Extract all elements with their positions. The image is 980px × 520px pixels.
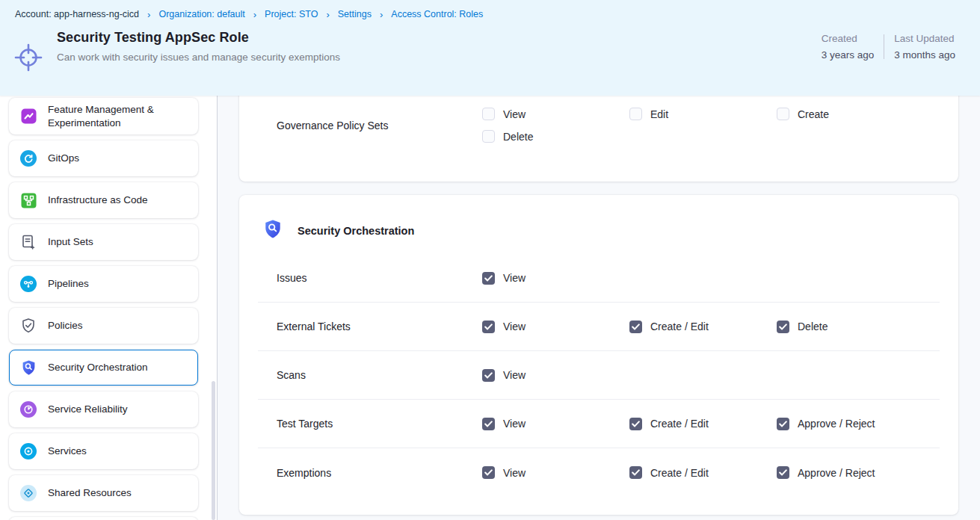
permission-label: Create / Edit [650,418,709,430]
security-orchestration-shield-icon [263,219,283,242]
permission-delete: Delete [482,130,629,143]
breadcrumb-item-access-control-roles[interactable]: Access Control: Roles [391,9,483,19]
sidebar-item-services[interactable]: Services [9,433,198,469]
input-sets-icon [20,234,37,250]
sidebar-item-gitops[interactable]: GitOps [9,140,198,176]
sidebar-item-label: Input Sets [48,235,93,249]
chevron-right-icon: › [326,9,329,20]
security-orchestration-card: Security Orchestration IssuesViewExterna… [239,195,958,515]
checkbox-view-unchecked[interactable] [482,108,495,120]
permission-edit: Edit [629,108,777,120]
permission-label: Approve / Reject [798,467,875,479]
sidebar-item-label: Service Reliability [48,403,128,416]
services-icon [20,443,37,459]
permission-create-edit: Create / Edit [629,466,777,479]
created-value: 3 years ago [822,49,875,61]
permission-row-test-targets: Test TargetsViewCreate / EditApprove / R… [258,400,940,448]
permission-row-governance: Governance Policy Sets ViewEditCreateDel… [258,101,940,149]
shared-resources-icon [20,485,37,501]
permission-create-edit: Create / Edit [629,321,777,333]
permission-label: Approve / Reject [798,418,875,430]
checkbox-edit-unchecked[interactable] [629,108,642,120]
governance-permissions: ViewEditCreateDelete [482,108,924,143]
checkbox-delete-unchecked[interactable] [482,130,495,143]
chevron-right-icon: › [253,9,256,20]
permission-grid: ViewCreate / EditDelete [482,321,924,333]
chevron-right-icon: › [147,9,150,20]
sidebar-scrollbar[interactable] [212,381,215,520]
sidebar-item-infrastructure-as-code[interactable]: Infrastructure as Code [9,182,198,218]
sidebar-item-policies[interactable]: Policies [9,308,198,344]
breadcrumb-item-settings[interactable]: Settings [338,9,372,19]
permission-label: Edit [650,108,668,120]
checkbox-delete-checked[interactable] [777,321,789,333]
checkbox-create-unchecked[interactable] [777,108,789,120]
feature-flags-icon [20,108,37,125]
breadcrumb-item-project-sto[interactable]: Project: STO [265,9,318,19]
permission-row-issues: IssuesView [258,254,940,303]
sidebar-item-label: Infrastructure as Code [48,194,148,207]
permission-label: View [503,418,526,430]
checkbox-view-checked[interactable] [482,466,495,479]
checkbox-create-edit-checked[interactable] [629,418,642,430]
permission-row-label: Test Targets [258,418,482,430]
checkbox-view-checked[interactable] [482,369,495,382]
permission-delete: Delete [777,321,924,333]
permission-view: View [482,108,629,120]
checkbox-view-checked[interactable] [482,418,495,430]
infrastructure-as-code-icon [20,192,37,208]
permission-approve-reject: Approve / Reject [777,418,924,430]
permission-approve-reject: Approve / Reject [777,466,924,479]
breadcrumb-item-account-app-harness-ng-cicd: Account: app-harness-ng-cicd [15,9,139,19]
permission-label: View [503,272,526,284]
permission-label: Delete [503,131,533,143]
permission-view: View [482,466,629,479]
sidebar-item-label: Shared Resources [48,486,132,500]
permission-row-label: Exemptions [258,467,482,479]
sidebar-item-service-reliability[interactable]: Service Reliability [9,391,198,427]
gitops-icon [20,150,37,167]
page-header-band: Account: app-harness-ng-cicd›Organizatio… [0,0,980,96]
sidebar-item-pipelines[interactable]: Pipelines [9,266,198,302]
checkbox-view-checked[interactable] [482,272,495,285]
last-updated-label: Last Updated [894,33,955,44]
sidebar-item-shared-resources[interactable]: Shared Resources [9,475,198,511]
pipelines-icon [20,276,37,292]
permission-label: View [503,467,526,479]
permission-create: Create [777,108,924,120]
sidebar-item-label: Security Orchestration [48,361,148,374]
sidebar-item-feature-management-experimentation[interactable]: Feature Management & Experimentation [9,98,198,134]
chevron-right-icon: › [380,9,383,20]
last-updated-value: 3 months ago [894,49,955,61]
permission-view: View [482,369,629,382]
permission-label: View [503,108,526,120]
checkbox-view-checked[interactable] [482,321,495,333]
section-title: Security Orchestration [298,225,414,237]
checkbox-create-edit-checked[interactable] [629,321,642,333]
section-header: Security Orchestration [258,195,940,254]
permission-row-label: Governance Policy Sets [258,120,482,131]
permission-grid: View [482,369,924,382]
permission-row-label: Issues [258,272,482,284]
permission-label: Create / Edit [650,321,709,332]
page-title: Security Testing AppSec Role [57,30,354,46]
permission-row-label: External Tickets [258,321,482,332]
sidebar-item-input-sets[interactable]: Input Sets [9,224,198,260]
sidebar-item-security-orchestration[interactable]: Security Orchestration [9,350,198,386]
service-reliability-icon [20,401,37,418]
permission-row-exemptions: ExemptionsViewCreate / EditApprove / Rej… [258,448,940,497]
breadcrumb-item-organization-default[interactable]: Organization: default [158,9,244,19]
permission-view: View [482,321,629,333]
permission-create-edit: Create / Edit [629,418,777,430]
checkbox-approve-reject-checked[interactable] [777,466,789,479]
permission-rows: IssuesViewExternal TicketsViewCreate / E… [258,254,940,497]
sidebar-list: Feature Management & ExperimentationGitO… [0,98,217,520]
role-crosshair-icon [9,39,48,76]
permission-label: Delete [798,321,828,332]
content-area: Feature Management & ExperimentationGitO… [0,96,980,520]
checkbox-approve-reject-checked[interactable] [777,418,789,430]
permission-row-external-tickets: External TicketsViewCreate / EditDelete [258,303,940,351]
checkbox-create-edit-checked[interactable] [629,466,642,479]
sidebar-item-partial[interactable] [9,517,198,520]
sidebar-item-label: GitOps [48,152,79,165]
